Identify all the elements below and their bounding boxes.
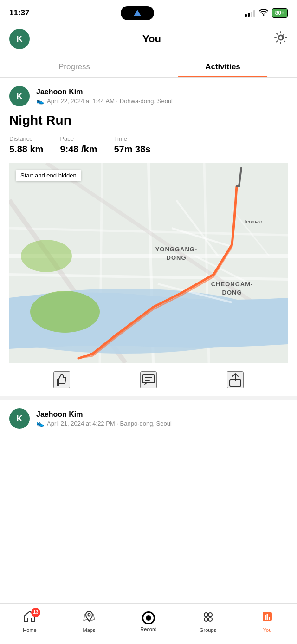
shoe-icon-2: 👟 xyxy=(36,420,44,427)
share-button[interactable] xyxy=(227,371,244,388)
tab-activities[interactable]: Activities xyxy=(148,56,297,77)
nav-you[interactable]: You xyxy=(251,611,284,633)
svg-text:YONGGANG-: YONGGANG- xyxy=(155,246,198,253)
activity-avatar-1[interactable]: K xyxy=(9,86,30,106)
svg-point-30 xyxy=(204,613,208,617)
svg-point-33 xyxy=(208,618,212,621)
distance-value: 5.88 km xyxy=(9,144,43,155)
status-time: 11:37 xyxy=(9,8,29,18)
activity-avatar-2[interactable]: K xyxy=(9,408,30,429)
activity-header-2: K Jaehoon Kim 👟 April 21, 2024 at 4:22 P… xyxy=(9,408,288,429)
time-value: 57m 38s xyxy=(114,144,150,155)
page-title: You xyxy=(142,33,161,45)
stat-pace: Pace 9:48 /km xyxy=(60,135,97,155)
page-header: K You xyxy=(0,24,297,56)
pace-value: 9:48 /km xyxy=(60,144,97,155)
activity-meta-2: 👟 April 21, 2024 at 4:22 PM · Banpo-dong… xyxy=(36,420,172,427)
activity-user-name-2: Jaehoon Kim xyxy=(36,410,172,419)
settings-icon[interactable] xyxy=(274,31,288,48)
activity-header-1: K Jaehoon Kim 👟 April 22, 2024 at 1:44 A… xyxy=(9,86,288,106)
nav-groups-label: Groups xyxy=(200,627,216,633)
tab-bar: Progress Activities xyxy=(0,56,297,78)
status-center-pill xyxy=(121,6,154,20)
like-button[interactable] xyxy=(53,371,70,388)
signal-icon xyxy=(245,9,255,17)
groups-icon xyxy=(202,611,214,625)
pace-label: Pace xyxy=(60,135,97,142)
svg-rect-25 xyxy=(142,375,155,383)
svg-text:DONG: DONG xyxy=(222,289,242,296)
svg-text:DONG: DONG xyxy=(167,254,187,261)
stat-distance: Distance 5.88 km xyxy=(9,135,43,155)
battery-indicator: 80+ xyxy=(272,8,288,18)
nav-maps[interactable]: Maps xyxy=(73,611,105,633)
time-label: Time xyxy=(114,135,150,142)
activity-title-1: Night Run xyxy=(9,113,288,128)
map-badge: Start and end hidden xyxy=(16,170,81,181)
action-bar-1 xyxy=(0,363,297,400)
nav-record[interactable]: Record xyxy=(132,611,165,632)
nav-home-label: Home xyxy=(23,627,36,633)
svg-point-29 xyxy=(88,613,90,616)
svg-point-14 xyxy=(21,240,72,272)
distance-label: Distance xyxy=(9,135,43,142)
tab-progress[interactable]: Progress xyxy=(0,56,148,77)
activity-map[interactable]: YONGGANG- DONG CHEONGAM- DONG Jeom-ro St… xyxy=(9,163,288,363)
svg-rect-37 xyxy=(269,617,270,620)
home-icon: 13 xyxy=(24,611,36,625)
svg-rect-36 xyxy=(267,614,268,620)
bottom-nav: 13 Home Maps Record xyxy=(0,603,297,644)
home-badge: 13 xyxy=(31,608,40,617)
svg-point-32 xyxy=(204,618,208,621)
nav-arrow-icon xyxy=(134,10,141,16)
nav-groups[interactable]: Groups xyxy=(192,611,224,633)
activity-card-1: K Jaehoon Kim 👟 April 22, 2024 at 1:44 A… xyxy=(0,78,297,363)
activity-user-name-1: Jaehoon Kim xyxy=(36,88,173,96)
record-icon xyxy=(142,611,155,624)
status-right: 80+ xyxy=(245,8,288,18)
svg-point-13 xyxy=(30,291,100,333)
you-icon xyxy=(261,611,273,625)
svg-text:CHEONGAM-: CHEONGAM- xyxy=(211,281,253,288)
maps-icon xyxy=(83,611,95,625)
stats-row-1: Distance 5.88 km Pace 9:48 /km Time 57m … xyxy=(9,135,288,155)
svg-point-31 xyxy=(208,613,212,617)
shoe-icon: 👟 xyxy=(36,97,44,105)
svg-point-0 xyxy=(279,36,283,39)
activity-meta-1: 👟 April 22, 2024 at 1:44 AM · Dohwa-dong… xyxy=(36,97,173,105)
nav-you-label: You xyxy=(263,627,272,633)
nav-record-label: Record xyxy=(140,626,156,632)
avatar[interactable]: K xyxy=(9,29,30,49)
activity-card-2: K Jaehoon Kim 👟 April 21, 2024 at 4:22 P… xyxy=(0,400,297,443)
nav-maps-label: Maps xyxy=(83,627,96,633)
stat-time: Time 57m 38s xyxy=(114,135,150,155)
svg-rect-35 xyxy=(265,615,266,620)
status-bar: 11:37 80+ xyxy=(0,0,297,24)
comment-button[interactable] xyxy=(140,371,157,388)
nav-home[interactable]: 13 Home xyxy=(13,611,46,633)
svg-text:Jeom-ro: Jeom-ro xyxy=(244,219,262,224)
wifi-icon xyxy=(259,8,268,18)
